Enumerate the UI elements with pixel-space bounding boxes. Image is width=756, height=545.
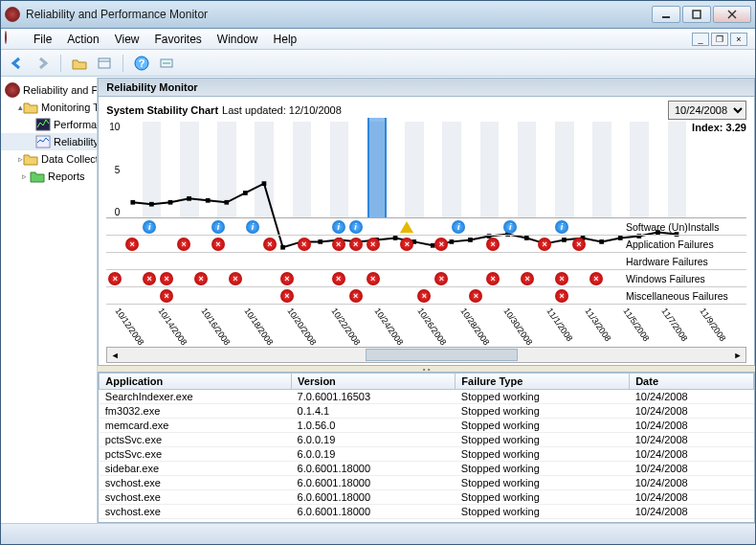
error-icon[interactable]: × [125,238,139,251]
error-icon[interactable]: × [349,238,363,251]
error-icon[interactable]: × [521,272,534,285]
column-header[interactable]: Version [292,374,456,390]
column-header[interactable]: Failure Type [456,374,630,390]
event-row: ××××××Miscellaneous Failures [106,287,746,305]
error-icon[interactable]: × [486,238,500,251]
help-icon[interactable]: ? [131,53,152,74]
scroll-thumb[interactable] [366,349,518,361]
error-icon[interactable]: × [108,272,122,285]
row-label: Application Failures [622,238,746,250]
failure-table[interactable]: ApplicationVersionFailure TypeDate Searc… [98,372,755,523]
error-icon[interactable]: × [469,289,482,303]
toolbar: ? [1,50,755,77]
tree-monitoring-tools[interactable]: ▴Monitoring Tools [1,99,97,116]
info-icon[interactable]: i [503,220,517,234]
event-row: ×××××××××××××Windows Failures [106,270,746,287]
refresh-icon[interactable] [156,53,177,74]
table-row[interactable]: svchost.exe6.0.6001.18000Stopped working… [100,505,754,519]
error-icon[interactable]: × [298,238,311,251]
table-row[interactable]: svchost.exe6.0.6001.18000Stopped working… [100,490,754,505]
forward-button[interactable] [32,53,53,74]
titlebar[interactable]: Reliability and Performance Monitor [1,1,755,29]
table-row[interactable]: fm3032.exe0.1.4.1Stopped working10/24/20… [100,404,754,419]
tree-root-label: Reliability and Performance [23,84,98,96]
row-label: Windows Failures [622,273,746,284]
info-icon[interactable]: i [246,220,259,234]
svg-rect-13 [168,200,173,205]
info-icon[interactable]: i [555,220,568,234]
error-icon[interactable]: × [400,238,413,251]
event-row: Hardware Failures [106,253,746,270]
open-icon[interactable] [69,53,90,74]
info-icon[interactable]: i [452,220,465,234]
error-icon[interactable]: × [332,238,345,251]
info-icon[interactable]: i [211,220,225,234]
error-icon[interactable]: × [417,289,431,303]
chart-scrollbar[interactable]: ◄ ► [106,347,746,363]
mdi-close-button[interactable]: × [730,33,747,46]
error-icon[interactable]: × [434,272,448,285]
back-button[interactable] [7,53,28,74]
info-icon[interactable]: i [349,220,363,234]
error-icon[interactable]: × [211,238,225,251]
content-pane: Reliability Monitor System Stability Cha… [98,78,755,523]
stability-plot[interactable] [123,122,686,217]
table-row[interactable]: pctsSvc.exe6.0.0.19Stopped working10/24/… [100,433,754,447]
tree-reports[interactable]: ▹Reports [1,168,97,185]
error-icon[interactable]: × [194,272,208,285]
error-icon[interactable]: × [160,272,173,285]
maximize-button[interactable] [682,6,711,23]
error-icon[interactable]: × [538,238,551,251]
info-icon[interactable]: i [143,220,156,234]
close-button[interactable] [713,6,751,23]
window-title: Reliability and Performance Monitor [26,8,652,21]
error-icon[interactable]: × [160,289,173,303]
error-icon[interactable]: × [332,272,345,285]
table-row[interactable]: sidebar.exe6.0.6001.18000Stopped working… [100,462,754,476]
minimize-button[interactable] [652,6,680,23]
error-icon[interactable]: × [263,238,277,251]
mdi-restore-button[interactable]: ❐ [711,33,728,46]
scroll-right-button[interactable]: ► [730,351,745,360]
menu-window[interactable]: Window [210,31,266,48]
menu-file[interactable]: File [26,31,59,48]
error-icon[interactable]: × [280,289,294,303]
table-row[interactable]: svchost.exe6.0.6001.18000Stopped working… [100,476,754,490]
date-selector[interactable]: 10/24/2008 [668,101,746,120]
warning-icon[interactable] [400,221,413,233]
error-icon[interactable]: × [177,238,190,251]
error-icon[interactable]: × [589,272,603,285]
error-icon[interactable]: × [486,272,500,285]
error-icon[interactable]: × [572,238,586,251]
scroll-track[interactable] [122,348,730,362]
menu-help[interactable]: Help [266,31,305,48]
tree-performance-monitor[interactable]: Performance Monitor [1,116,97,133]
menu-favorites[interactable]: Favorites [147,31,210,48]
table-row[interactable]: memcard.exe1.0.56.0Stopped working10/24/… [100,419,754,433]
tree-reliability-monitor[interactable]: Reliability Monitor [1,133,97,150]
properties-icon[interactable] [94,53,115,74]
error-icon[interactable]: × [367,238,380,251]
column-header[interactable]: Application [100,374,292,390]
column-header[interactable]: Date [630,374,754,390]
tree-data-collector[interactable]: ▹Data Collector Sets [1,150,97,168]
error-icon[interactable]: × [229,272,242,285]
error-icon[interactable]: × [367,272,380,285]
error-icon[interactable]: × [555,272,568,285]
perfmon-icon [35,117,51,132]
error-icon[interactable]: × [434,238,448,251]
error-icon[interactable]: × [280,272,294,285]
info-icon[interactable]: i [332,220,345,234]
table-row[interactable]: pctsSvc.exe6.0.0.19Stopped working10/24/… [100,447,754,462]
mdi-minimize-button[interactable]: _ [692,33,709,46]
error-icon[interactable]: × [555,289,568,303]
error-icon[interactable]: × [143,272,156,285]
row-label: Software (Un)Installs [622,221,746,233]
menu-view[interactable]: View [107,31,147,48]
table-row[interactable]: SearchIndexer.exe7.0.6001.16503Stopped w… [100,390,754,404]
svg-rect-16 [225,200,230,205]
nav-tree[interactable]: Reliability and Performance ▴Monitoring … [1,78,98,523]
error-icon[interactable]: × [349,289,363,303]
menu-action[interactable]: Action [59,31,106,48]
tree-root[interactable]: Reliability and Performance [1,81,97,99]
